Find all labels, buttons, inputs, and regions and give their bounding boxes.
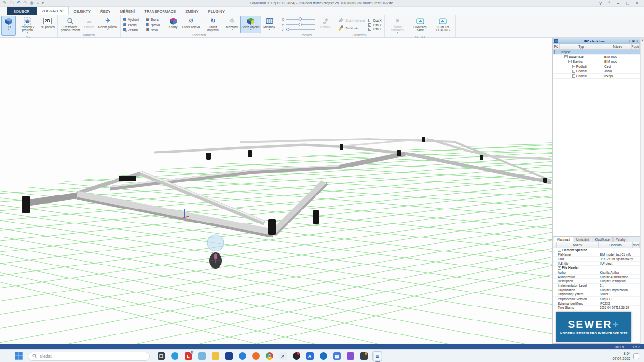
property-row[interactable]: IfcEntityIfcProject xyxy=(553,262,640,266)
view-p-edn-button[interactable]: Přední xyxy=(122,22,143,28)
arrow-app-icon[interactable]: ➚ xyxy=(278,351,288,361)
column-header-n-zev[interactable]: Název xyxy=(603,44,632,49)
taskbar-clock[interactable]: 8:04 07.04.2026 xyxy=(612,351,630,361)
barva-objektu-button[interactable]: Barva objektu▾ xyxy=(240,16,262,33)
2d-pohled-button[interactable]: 2D2D pohled xyxy=(39,16,56,36)
ifc-tree-row[interactable]: +PodlažíJaski xyxy=(553,69,640,74)
view-zprava-button[interactable]: Zprava xyxy=(144,22,165,28)
property-row[interactable]: DescriptionKing.ifc.Description xyxy=(553,279,640,283)
expand-icon[interactable]: + xyxy=(572,74,575,78)
minimize-button[interactable]: – xyxy=(617,1,619,6)
minimap-button[interactable]: Minimap▾ xyxy=(262,16,276,33)
slider-z[interactable] xyxy=(286,29,315,30)
undo-icon[interactable]: ↶ xyxy=(17,1,21,5)
property-row[interactable]: Time Stamp2026-04-07T12:36:59 xyxy=(553,306,640,310)
panel-pin-icon[interactable]: ▣ xyxy=(632,39,635,43)
sidebar-scrollbar[interactable]: ▴ xyxy=(640,38,644,344)
view-zezadu-button[interactable]: Zezadu xyxy=(122,28,143,33)
chrome-browser-icon[interactable] xyxy=(264,351,274,361)
open-folder-icon[interactable]: 🗀 xyxy=(10,1,14,5)
collapse-icon[interactable]: − xyxy=(558,266,561,270)
clipchamp-app-icon[interactable] xyxy=(345,351,355,361)
property-row[interactable]: Schema IdentifiersIFC2X3 xyxy=(553,301,640,306)
mo-nosti-button[interactable]: ⚙Možnosti▾ xyxy=(224,16,239,33)
capture-icon[interactable]: ◉ xyxy=(30,1,34,5)
blue-round-app-icon[interactable] xyxy=(170,351,179,361)
tab-vztahy[interactable]: Vztahy xyxy=(613,237,629,242)
property-group-row[interactable]: −Element Specific xyxy=(553,248,640,252)
column-header-icon[interactable] xyxy=(553,242,557,248)
oto-it-doleva-button[interactable]: ↺Otočit doleva xyxy=(181,16,202,33)
ifc-tree-row[interactable]: Projekt xyxy=(553,50,640,55)
tab-klasifikace[interactable]: Klasifikace xyxy=(592,237,613,242)
redo-icon[interactable]: ↷ xyxy=(23,1,27,5)
tab-zm-ny[interactable]: ZMĚNY xyxy=(181,7,204,15)
collapse-icon[interactable]: − xyxy=(564,55,568,58)
property-row[interactable]: Guid3r1fE2K0nExgSbtuwk2pyR xyxy=(553,257,640,261)
view-zleva-button[interactable]: Zleva xyxy=(144,28,165,33)
file-explorer-icon[interactable] xyxy=(210,351,220,361)
start-button[interactable] xyxy=(14,352,23,361)
slider-y[interactable] xyxy=(286,24,315,25)
blue-swirl-app-icon[interactable] xyxy=(318,351,328,361)
edge-browser-icon[interactable] xyxy=(237,351,247,361)
view-shora-button[interactable]: Shora xyxy=(144,17,165,22)
property-row[interactable]: AuthorizationKing.ifc.Authorization xyxy=(553,275,640,279)
property-row[interactable]: FileNameBIM model_test 01-v.ifc xyxy=(553,252,640,257)
task-view-icon[interactable]: ❏ xyxy=(156,351,166,361)
slider-x[interactable] xyxy=(286,19,315,20)
ifc-tree-row[interactable]: −StavbaBIM mod xyxy=(553,59,640,64)
checkbox-icon[interactable]: ✓ xyxy=(368,19,371,22)
property-row[interactable]: OrganizationKing.ifc.Organization xyxy=(553,288,640,292)
panel-dropdown-icon[interactable]: ▾ xyxy=(629,39,630,43)
tab-ezy[interactable]: ŘEZY xyxy=(96,7,115,15)
tab-pluginy[interactable]: PLUGINY xyxy=(204,7,230,15)
floppy-app-icon[interactable]: ▤ xyxy=(332,351,342,361)
pr-m-ty-v-prostoru-button[interactable]: Průměty v prostoru▾ xyxy=(16,16,39,36)
demo-of-plugins-button[interactable]: DEMO of PLUGINS xyxy=(432,16,454,36)
tab-m-en[interactable]: MĚŘENÍ xyxy=(115,7,139,15)
column-header-n-zev[interactable]: Název xyxy=(557,242,599,248)
row-checkbox[interactable] xyxy=(554,50,555,54)
column-header-popis[interactable]: Popis xyxy=(632,44,640,49)
column-header-typ[interactable]: Typ xyxy=(560,44,603,49)
restore-button[interactable]: □ xyxy=(626,1,629,6)
slider-thumb[interactable] xyxy=(299,23,302,26)
viewport-3d[interactable] xyxy=(0,38,552,344)
photos-app-icon[interactable] xyxy=(197,351,206,361)
expand-icon[interactable]: + xyxy=(572,70,575,73)
column-header-p[interactable]: Pč xyxy=(553,44,560,49)
ifc-tree-row[interactable]: −StaveništěBIM mod xyxy=(553,55,640,59)
oto-it-doprava-button[interactable]: ↻Otočit doprava xyxy=(202,16,224,33)
close-button[interactable]: × xyxy=(636,1,638,6)
tab-um-st-n[interactable]: Umístění xyxy=(574,237,592,242)
dark-photo-app-icon[interactable] xyxy=(359,351,369,361)
view-v-choz-button[interactable]: Výchozí xyxy=(122,17,143,22)
panel-close-icon[interactable]: × xyxy=(636,39,638,43)
tab-vlastnosti[interactable]: Vlastnosti xyxy=(554,237,573,242)
checkbox-icon[interactable]: ✓ xyxy=(368,28,371,31)
collapse-icon[interactable]: − xyxy=(558,249,561,252)
osa-x-checkbox[interactable]: ✓Osa X xyxy=(368,19,382,22)
tab-soubor[interactable]: SOUBOR xyxy=(7,7,37,15)
osa-z-checkbox[interactable]: ✓Osa Z xyxy=(368,28,382,31)
ifc-tree-row[interactable]: +PodlažíCevi xyxy=(553,64,640,69)
layers-icon[interactable]: ≡ xyxy=(37,1,39,5)
red-l-app-icon[interactable]: L8 xyxy=(183,351,193,361)
firefox-browser-icon[interactable] xyxy=(251,351,260,361)
expand-icon[interactable]: + xyxy=(572,65,575,68)
bimvision-64bit-button[interactable]: BIMvision 64bit xyxy=(409,16,431,36)
re-im-pr-letu-button[interactable]: ✈Režim průletu▾ xyxy=(97,16,119,33)
blue-a-app-icon[interactable]: A xyxy=(305,351,315,361)
property-row[interactable]: Implementation Level2;1 xyxy=(553,284,640,288)
slider-thumb[interactable] xyxy=(286,28,289,31)
property-row[interactable]: AuthorKing.ifc.Author xyxy=(553,270,640,275)
property-row[interactable]: Originating SystemSewer+ xyxy=(553,292,640,297)
scroll-up-icon[interactable]: ▴ xyxy=(641,38,644,42)
3d-button[interactable]: 3D▾ xyxy=(1,16,16,36)
column-header-hodnota[interactable]: Hodnota xyxy=(599,242,633,248)
resetovat-pohled-zoom-button[interactable]: Resetovat pohled / zoom xyxy=(59,16,82,33)
dark-sphere-app-icon[interactable] xyxy=(291,351,301,361)
bimvision-window-icon[interactable]: ≣ xyxy=(372,351,382,361)
help-button[interactable]: ? xyxy=(599,1,602,6)
